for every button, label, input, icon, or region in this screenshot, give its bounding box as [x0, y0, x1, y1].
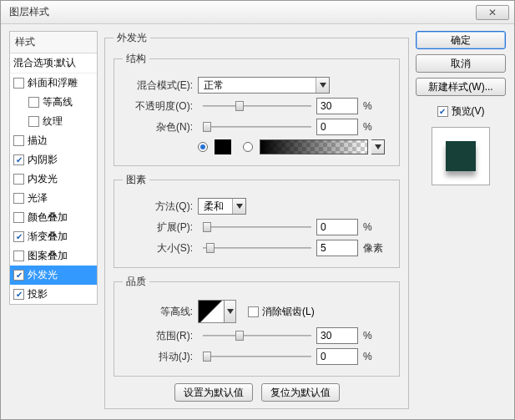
- contour-dropdown[interactable]: [225, 300, 236, 323]
- style-item-inner-glow[interactable]: 内发光: [10, 170, 97, 189]
- checkbox[interactable]: [28, 97, 39, 108]
- color-swatch[interactable]: [215, 139, 231, 154]
- blend-mode-label: 混合模式(E):: [123, 78, 198, 93]
- opacity-label: 不透明度(O):: [123, 99, 198, 114]
- outer-glow-legend: 外发光: [114, 31, 150, 45]
- style-item-drop-shadow[interactable]: 投影: [10, 285, 97, 304]
- noise-slider[interactable]: [203, 121, 311, 133]
- element-legend: 图素: [123, 173, 149, 187]
- gradient-dropdown[interactable]: [371, 139, 385, 154]
- outer-glow-group: 外发光 结构 混合模式(E): 正常 不透明度(O): %: [104, 31, 409, 409]
- checkbox[interactable]: [13, 193, 24, 204]
- opacity-input[interactable]: [316, 98, 358, 114]
- style-item-pattern-overlay[interactable]: 图案叠加: [10, 246, 97, 266]
- quality-group: 品质 等高线: 消除锯齿(L) 范围(R):: [114, 275, 400, 377]
- jitter-input[interactable]: [316, 348, 358, 365]
- gradient-preview[interactable]: [260, 139, 368, 154]
- reset-default-button[interactable]: 复位为默认值: [261, 383, 340, 402]
- antialias-label: 消除锯齿(L): [262, 305, 315, 319]
- size-label: 大小(S):: [123, 241, 198, 256]
- blend-options-item[interactable]: 混合选项:默认: [10, 53, 97, 73]
- structure-legend: 结构: [123, 52, 149, 66]
- layer-style-dialog: 图层样式 ✕ 样式 混合选项:默认 斜面和浮雕 等高线 纹理 描边 内阴影 内发…: [0, 0, 515, 420]
- style-item-outer-glow[interactable]: 外发光: [10, 266, 97, 285]
- style-list-header: 样式: [10, 32, 97, 53]
- noise-label: 杂色(N):: [123, 120, 198, 134]
- style-item-stroke[interactable]: 描边: [10, 131, 97, 150]
- opacity-slider[interactable]: [203, 100, 311, 112]
- range-label: 范围(R):: [123, 329, 198, 343]
- svg-marker-1: [375, 144, 381, 149]
- range-slider[interactable]: [203, 330, 311, 342]
- checkbox[interactable]: [13, 212, 24, 223]
- checkbox[interactable]: [13, 250, 24, 261]
- style-item-color-overlay[interactable]: 颜色叠加: [10, 208, 97, 227]
- chevron-down-icon: [232, 199, 245, 214]
- range-input[interactable]: [316, 327, 358, 344]
- close-button[interactable]: ✕: [476, 5, 509, 20]
- gradient-radio[interactable]: [243, 142, 253, 152]
- checkbox[interactable]: [13, 289, 24, 300]
- checkbox[interactable]: [13, 231, 24, 242]
- contour-picker[interactable]: [198, 300, 225, 323]
- chevron-down-icon: [316, 78, 329, 93]
- color-radio[interactable]: [198, 142, 208, 152]
- svg-marker-2: [236, 204, 243, 209]
- jitter-label: 抖动(J):: [123, 350, 198, 364]
- blend-mode-combo[interactable]: 正常: [198, 77, 330, 94]
- svg-marker-0: [320, 83, 326, 88]
- spread-slider[interactable]: [203, 221, 311, 233]
- preview-box: [432, 127, 490, 185]
- set-default-button[interactable]: 设置为默认值: [174, 383, 253, 402]
- size-input[interactable]: [316, 240, 358, 256]
- new-style-button[interactable]: 新建样式(W)...: [416, 78, 506, 96]
- settings-panel: 外发光 结构 混合模式(E): 正常 不透明度(O): %: [104, 31, 409, 412]
- style-item-inner-shadow[interactable]: 内阴影: [10, 150, 97, 170]
- element-group: 图素 方法(Q): 柔和 扩展(P): %: [114, 173, 400, 268]
- quality-legend: 品质: [123, 275, 149, 289]
- spread-label: 扩展(P):: [123, 220, 198, 235]
- style-item-satin[interactable]: 光泽: [10, 189, 97, 208]
- checkbox[interactable]: [13, 135, 24, 146]
- checkbox[interactable]: [13, 154, 24, 165]
- size-slider[interactable]: [203, 242, 311, 254]
- ok-button[interactable]: 确定: [416, 31, 506, 49]
- checkbox[interactable]: [13, 270, 24, 281]
- technique-label: 方法(Q):: [123, 200, 198, 214]
- cancel-button[interactable]: 取消: [416, 54, 506, 73]
- style-item-texture[interactable]: 纹理: [10, 112, 97, 131]
- right-panel: 确定 取消 新建样式(W)... 预览(V): [416, 31, 506, 412]
- style-list-panel: 样式 混合选项:默认 斜面和浮雕 等高线 纹理 描边 内阴影 内发光 光泽 颜色…: [9, 31, 98, 412]
- checkbox[interactable]: [13, 174, 24, 185]
- titlebar: 图层样式 ✕: [1, 1, 514, 24]
- contour-label: 等高线:: [123, 305, 198, 319]
- noise-input[interactable]: [316, 119, 358, 135]
- checkbox[interactable]: [28, 116, 39, 127]
- preview-label: 预览(V): [452, 104, 485, 119]
- jitter-slider[interactable]: [203, 351, 311, 362]
- checkbox[interactable]: [13, 78, 24, 89]
- close-icon: ✕: [488, 7, 497, 18]
- structure-group: 结构 混合模式(E): 正常 不透明度(O): %: [114, 52, 400, 166]
- style-item-gradient-overlay[interactable]: 渐变叠加: [10, 227, 97, 246]
- technique-combo[interactable]: 柔和: [198, 198, 246, 215]
- spread-input[interactable]: [316, 219, 358, 235]
- preview-checkbox[interactable]: [437, 106, 448, 117]
- style-item-contour[interactable]: 等高线: [10, 93, 97, 112]
- antialias-checkbox[interactable]: [248, 306, 259, 317]
- window-title: 图层样式: [6, 5, 476, 19]
- style-item-bevel[interactable]: 斜面和浮雕: [10, 73, 97, 93]
- preview-swatch: [446, 141, 476, 171]
- svg-marker-3: [227, 309, 234, 314]
